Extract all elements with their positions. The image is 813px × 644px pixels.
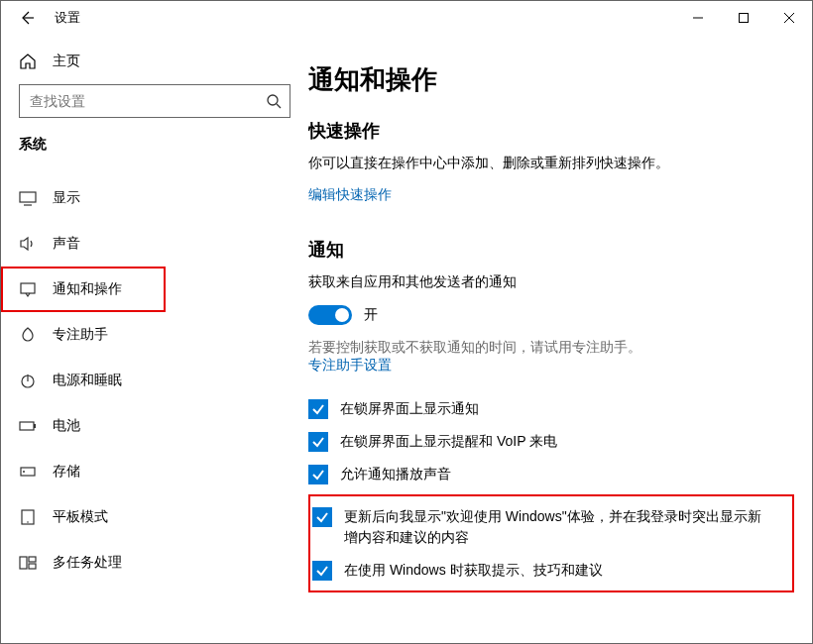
notifications-heading: 通知 — [308, 238, 802, 262]
battery-icon — [19, 417, 37, 435]
sound-icon — [19, 235, 37, 253]
sidebar-item-display[interactable]: 显示 — [1, 175, 308, 221]
page-title: 通知和操作 — [308, 62, 802, 97]
sidebar-item-label: 通知和操作 — [53, 280, 122, 298]
toggle-state-label: 开 — [364, 306, 378, 324]
checkbox-icon — [308, 465, 328, 484]
svg-point-10 — [27, 521, 29, 523]
sidebar-item-label: 电源和睡眠 — [53, 372, 122, 389]
home-nav[interactable]: 主页 — [1, 45, 308, 84]
home-icon — [19, 53, 37, 70]
search-box[interactable] — [19, 84, 290, 118]
svg-rect-13 — [29, 564, 36, 569]
checkbox-label: 更新后向我显示"欢迎使用 Windows"体验，并在我登录时突出显示新增内容和建… — [344, 506, 790, 548]
sidebar-item-multitask[interactable]: 多任务处理 — [1, 540, 308, 586]
focus-assist-settings-link[interactable]: 专注助手设置 — [308, 357, 802, 375]
sidebar: 主页 系统 显示 声音 — [1, 35, 308, 644]
sidebar-item-tablet[interactable]: 平板模式 — [1, 494, 308, 540]
sidebar-item-power[interactable]: 电源和睡眠 — [1, 358, 308, 403]
sidebar-item-label: 多任务处理 — [53, 554, 122, 572]
notifications-toggle[interactable] — [308, 305, 352, 325]
svg-rect-11 — [20, 557, 27, 569]
checkbox-icon — [308, 399, 328, 419]
checkbox-welcome-experience[interactable]: 更新后向我显示"欢迎使用 Windows"体验，并在我登录时突出显示新增内容和建… — [312, 500, 790, 554]
sidebar-item-label: 电池 — [53, 417, 80, 435]
notifications-from-apps-label: 获取来自应用和其他发送者的通知 — [308, 273, 802, 291]
sidebar-item-label: 专注助手 — [53, 326, 108, 344]
sidebar-item-label: 平板模式 — [53, 508, 108, 526]
svg-rect-2 — [20, 192, 36, 202]
search-input[interactable] — [30, 93, 266, 109]
svg-rect-5 — [20, 422, 34, 430]
home-label: 主页 — [53, 53, 80, 70]
checkbox-notification-sound[interactable]: 允许通知播放声音 — [308, 458, 802, 490]
checkbox-icon — [312, 507, 332, 527]
checkbox-lockscreen-reminders[interactable]: 在锁屏界面上显示提醒和 VoIP 来电 — [308, 425, 802, 458]
checkbox-label: 在锁屏界面上显示提醒和 VoIP 来电 — [340, 431, 577, 452]
checkbox-label: 在锁屏界面上显示通知 — [340, 398, 499, 419]
display-icon — [19, 189, 37, 207]
checkbox-tips-suggestions[interactable]: 在使用 Windows 时获取提示、技巧和建议 — [312, 554, 790, 587]
sidebar-item-focus-assist[interactable]: 专注助手 — [1, 312, 308, 358]
svg-point-1 — [268, 95, 278, 105]
sidebar-item-label: 存储 — [53, 463, 80, 481]
window-title: 设置 — [55, 9, 80, 27]
search-icon — [266, 93, 282, 109]
checkbox-icon — [312, 561, 332, 581]
back-button[interactable] — [17, 8, 37, 28]
power-icon — [19, 372, 37, 389]
sidebar-item-battery[interactable]: 电池 — [1, 403, 308, 449]
sidebar-item-storage[interactable]: 存储 — [1, 449, 308, 494]
highlighted-checkboxes: 更新后向我显示"欢迎使用 Windows"体验，并在我登录时突出显示新增内容和建… — [308, 494, 794, 592]
svg-rect-0 — [740, 14, 749, 23]
main-content: 通知和操作 快速操作 你可以直接在操作中心中添加、删除或重新排列快速操作。 编辑… — [308, 35, 812, 644]
checkbox-lockscreen-notifications[interactable]: 在锁屏界面上显示通知 — [308, 392, 802, 425]
minimize-button[interactable] — [675, 2, 721, 34]
sidebar-section-label: 系统 — [1, 136, 308, 165]
focus-icon — [19, 326, 37, 344]
maximize-button[interactable] — [721, 2, 766, 34]
svg-rect-6 — [34, 424, 36, 428]
sidebar-item-label: 显示 — [53, 189, 80, 207]
sidebar-item-sound[interactable]: 声音 — [1, 221, 308, 267]
checkbox-label: 在使用 Windows 时获取提示、技巧和建议 — [344, 560, 623, 581]
storage-icon — [19, 463, 37, 481]
sidebar-item-notifications[interactable]: 通知和操作 — [1, 267, 166, 312]
svg-rect-12 — [29, 557, 36, 562]
quick-actions-description: 你可以直接在操作中心中添加、删除或重新排列快速操作。 — [308, 155, 802, 172]
svg-rect-3 — [21, 283, 35, 293]
checkbox-label: 允许通知播放声音 — [340, 464, 471, 484]
focus-assist-hint: 若要控制获取或不获取通知的时间，请试用专注助手。 — [308, 339, 802, 357]
sidebar-item-label: 声音 — [53, 235, 80, 253]
svg-point-8 — [23, 471, 25, 473]
edit-quick-actions-link[interactable]: 编辑快速操作 — [308, 186, 802, 204]
tablet-icon — [19, 508, 37, 526]
multitask-icon — [19, 554, 37, 572]
close-button[interactable] — [766, 2, 812, 34]
quick-actions-heading: 快速操作 — [308, 119, 802, 143]
checkbox-icon — [308, 432, 328, 452]
notification-icon — [19, 280, 37, 298]
